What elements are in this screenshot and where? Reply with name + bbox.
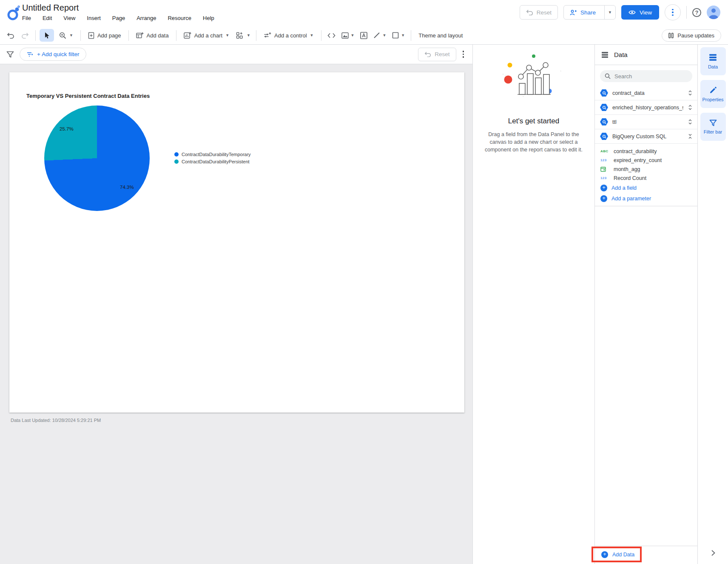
share-dropdown-caret[interactable]: ▼ (604, 6, 615, 19)
report-page[interactable]: Temporary VS Persistent Contract Data En… (9, 72, 464, 413)
pause-updates-button[interactable]: Pause updates (662, 29, 721, 42)
menu-edit[interactable]: Edit (43, 15, 52, 21)
data-panel-icon (601, 51, 609, 58)
field-list: ABC contract_durability 123 expired_entr… (595, 144, 697, 206)
select-tool-button[interactable] (40, 29, 54, 42)
legend-label: ContractDataDurabilityTemporary (182, 152, 251, 157)
menu-help[interactable]: Help (203, 15, 214, 21)
redo-button[interactable] (18, 28, 32, 43)
field-name: expired_entry_count (614, 157, 662, 163)
rail-tab-data[interactable]: Data (700, 47, 726, 75)
data-source-name: BigQuery Custom SQL (612, 134, 683, 140)
pie-chart[interactable]: 25.7% 74.3% (44, 105, 150, 211)
search-input[interactable] (614, 73, 688, 80)
field-month-agg[interactable]: month_agg (595, 165, 697, 174)
unfold-less-icon[interactable] (688, 133, 693, 140)
community-visualizations-button[interactable]: ▼ (233, 28, 253, 43)
person-add-icon (570, 9, 577, 16)
pie-label-persistent: 25.7% (60, 126, 74, 131)
data-source-bigquery-custom-sql[interactable]: BigQuery Custom SQL (595, 129, 697, 144)
field-expired-entry-count[interactable]: 123 expired_entry_count (595, 156, 697, 165)
magnifier-zoom-icon (59, 32, 66, 39)
add-a-field-button[interactable]: + Add a field (595, 182, 697, 193)
embed-url-button[interactable] (324, 28, 338, 43)
shape-tool-button[interactable]: ▼ (389, 28, 408, 43)
add-page-icon (88, 32, 94, 39)
legend-swatch (174, 160, 179, 164)
field-contract-durability[interactable]: ABC contract_durability (595, 147, 697, 156)
unfold-more-icon[interactable] (688, 104, 693, 111)
menu-page[interactable]: Page (112, 15, 125, 21)
rail-tab-filter-bar[interactable]: Filter bar (700, 113, 726, 141)
report-canvas[interactable]: Temporary VS Persistent Contract Data En… (0, 64, 472, 564)
filter-more-options-button[interactable] (463, 51, 464, 58)
view-button[interactable]: View (621, 5, 659, 20)
toolbar-divider (256, 30, 256, 41)
get-started-heading: Let's get started (508, 117, 559, 125)
data-source-enriched-history[interactable]: enriched_history_operations_sorob... (595, 100, 697, 115)
toolbar-divider (35, 30, 36, 41)
theme-layout-label: Theme and layout (418, 32, 463, 39)
pause-updates-label: Pause updates (677, 32, 714, 39)
toolbar-divider (321, 30, 321, 41)
add-quick-filter-button[interactable]: + Add quick filter (20, 48, 86, 61)
field-record-count[interactable]: 123 Record Count (595, 174, 697, 182)
more-options-button[interactable] (665, 4, 681, 20)
data-search[interactable] (600, 70, 692, 82)
toolbar-divider (176, 30, 176, 41)
unfold-more-icon[interactable] (688, 119, 693, 125)
image-tool-button[interactable]: ▼ (338, 28, 358, 43)
menu-bar: File Edit View Insert Page Arrange Resou… (22, 15, 214, 21)
add-chart-button[interactable]: Add a chart ▼ (179, 28, 233, 43)
data-rows-icon (709, 54, 717, 61)
theme-and-layout-button[interactable]: Theme and layout (414, 28, 467, 43)
add-page-button[interactable]: Add page (84, 28, 125, 43)
data-panel-footer: + Add Data (595, 546, 697, 564)
right-rail: Data Properties Filter bar (697, 45, 728, 564)
menu-resource[interactable]: Resource (168, 15, 191, 21)
menu-insert[interactable]: Insert (87, 15, 101, 21)
pie-label-temporary: 74.3% (120, 185, 134, 190)
menu-file[interactable]: File (22, 15, 31, 21)
undo-button[interactable] (3, 28, 18, 43)
data-source-ttl[interactable]: ttl (595, 115, 697, 129)
quick-filter-bar: + Add quick filter Reset (0, 45, 472, 64)
add-control-label: Add a control (274, 32, 307, 39)
add-data-icon (136, 32, 144, 39)
reset-button[interactable]: Reset (520, 5, 558, 20)
add-data-button[interactable]: Add data (132, 28, 173, 43)
add-chart-icon (184, 32, 191, 39)
report-title[interactable]: Untitled Report (22, 3, 214, 13)
share-main[interactable]: Share (564, 6, 601, 19)
calendar-date-type-icon (600, 166, 609, 172)
help-button[interactable]: ? (692, 8, 701, 17)
user-avatar[interactable] (707, 6, 720, 19)
chart-title: Temporary VS Persistent Contract Data En… (26, 93, 150, 99)
data-panel-title: Data (614, 51, 628, 58)
share-button[interactable]: Share ▼ (563, 5, 616, 20)
line-tool-button[interactable]: ▼ (370, 28, 389, 43)
zoom-tool-button[interactable]: ▼ (55, 28, 77, 43)
image-caret-icon: ▼ (351, 34, 355, 37)
filter-reset-button[interactable]: Reset (418, 48, 456, 61)
rail-tab-properties[interactable]: Properties (700, 80, 726, 108)
menu-view[interactable]: View (63, 15, 75, 21)
add-a-parameter-button[interactable]: + Add a parameter (595, 193, 697, 204)
undo-icon (424, 51, 431, 57)
zoom-caret-icon: ▼ (69, 34, 73, 37)
add-control-button[interactable]: Add a control ▼ (259, 28, 318, 43)
text-tool-button[interactable] (357, 28, 370, 43)
field-name: contract_durability (614, 148, 657, 154)
kebab-menu-icon (672, 9, 674, 16)
empty-state-illustration (500, 52, 567, 103)
collapse-panel-chevron[interactable] (711, 550, 715, 556)
reset-label: Reset (537, 9, 552, 16)
unfold-more-icon[interactable] (688, 90, 693, 96)
data-source-contract-data[interactable]: contract_data (595, 86, 697, 100)
field-name: month_agg (614, 166, 640, 172)
menu-arrange[interactable]: Arrange (136, 15, 156, 21)
legend-label: ContractDataDurabilityPersistent (182, 159, 250, 164)
filter-list-icon (27, 52, 33, 57)
data-last-updated: Data Last Updated: 10/28/2024 5:29:21 PM (11, 418, 101, 423)
data-source-name: enriched_history_operations_sorob... (612, 105, 683, 111)
